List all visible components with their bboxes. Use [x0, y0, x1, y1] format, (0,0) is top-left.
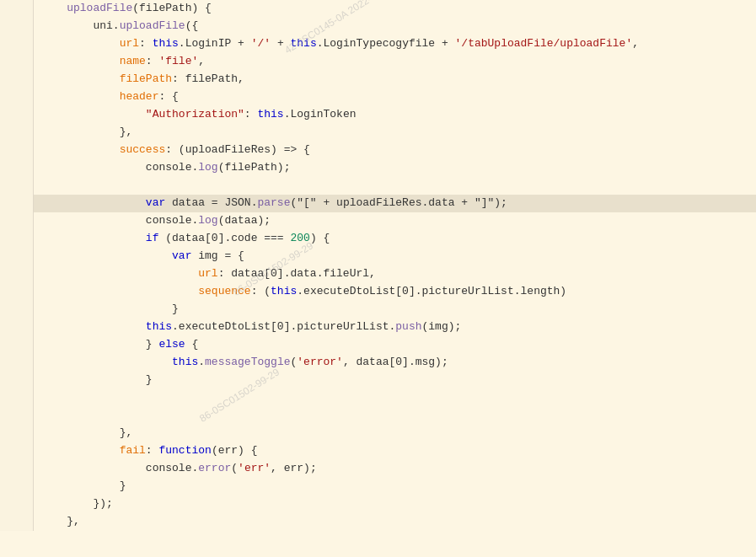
token: sequence	[198, 285, 250, 297]
token: filePath	[120, 72, 172, 85]
code-content: }	[34, 478, 756, 495]
code-line: console.log(filePath);	[0, 159, 756, 177]
code-line: this.executeDtoList[0].pictureUrlList.pu…	[0, 319, 756, 336]
code-content: console.error('err', err);	[34, 460, 756, 478]
token: this	[257, 108, 283, 121]
token: , dataa[0].msg);	[343, 356, 448, 368]
token: (dataa);	[218, 214, 271, 227]
code-content: }	[34, 301, 756, 319]
token: dataa = JSON.	[165, 196, 257, 209]
code-content: var dataa = JSON.parse("[" + uploadFileR…	[34, 195, 756, 212]
code-content: var img = {	[34, 248, 756, 265]
line-number	[0, 478, 34, 495]
token: , err);	[271, 462, 317, 474]
code-line: },	[0, 124, 756, 142]
token: }	[172, 303, 179, 315]
code-content: name: 'file',	[34, 53, 756, 71]
token: }	[120, 479, 126, 492]
token: log	[198, 214, 217, 227]
token: log	[198, 161, 217, 174]
code-line: }	[0, 478, 756, 495]
line-number	[0, 0, 34, 18]
code-content: sequence: (this.executeDtoList[0].pictur…	[34, 283, 756, 301]
token: success	[120, 143, 166, 156]
code-content	[34, 389, 756, 407]
token: uploadFile	[120, 19, 185, 32]
token: console.	[146, 161, 198, 174]
token: if	[146, 232, 159, 244]
token: },	[120, 126, 133, 138]
code-line: }	[0, 372, 756, 389]
token: 'file'	[158, 55, 198, 67]
code-line: var img = {	[0, 248, 756, 265]
code-line: fail: function(err) {	[0, 442, 756, 460]
code-line-highlighted: var dataa = JSON.parse("[" + uploadFileR…	[0, 195, 756, 212]
token: var	[146, 196, 165, 209]
token: :	[244, 108, 258, 121]
code-line: console.error('err', err);	[0, 460, 756, 478]
token: fail	[120, 444, 146, 457]
line-number	[0, 230, 34, 248]
line-number	[0, 177, 34, 195]
token: else	[158, 338, 185, 351]
token: ,	[632, 37, 639, 50]
token: : (	[251, 285, 271, 297]
code-line: console.log(dataa);	[0, 212, 756, 230]
token: : (uploadFileRes) => {	[165, 143, 310, 156]
code-content	[34, 407, 756, 425]
line-number	[0, 124, 34, 142]
token: (	[231, 462, 238, 474]
line-number	[0, 425, 34, 442]
token: .LoginTypecogyfile +	[317, 37, 455, 50]
code-line: },	[0, 425, 756, 442]
token: this	[291, 37, 317, 50]
line-number	[0, 354, 34, 372]
code-content: this.executeDtoList[0].pictureUrlList.pu…	[34, 319, 756, 336]
line-number	[0, 142, 34, 159]
token: (img);	[422, 320, 462, 333]
code-content: filePath: filePath,	[34, 71, 756, 88]
code-line	[0, 407, 756, 425]
token: var	[172, 249, 191, 262]
token: 'error'	[297, 356, 343, 368]
token: messageToggle	[205, 356, 290, 368]
line-number	[0, 301, 34, 319]
code-line: url: dataa[0].data.fileUrl,	[0, 265, 756, 283]
line-number	[0, 195, 34, 212]
code-line: if (dataa[0].code === 200) {	[0, 230, 756, 248]
code-content: fail: function(err) {	[34, 442, 756, 460]
token: this	[153, 37, 179, 50]
token: : dataa[0].data.fileUrl,	[218, 267, 376, 280]
token: {	[185, 338, 199, 351]
token: error	[198, 462, 231, 474]
token: (filePath);	[218, 161, 291, 174]
token: "Authorization"	[146, 108, 244, 121]
token: header	[120, 90, 159, 103]
line-number	[0, 513, 34, 531]
token: .executeDtoList[0].pictureUrlList.length…	[297, 285, 566, 297]
token: .executeDtoList[0].pictureUrlList.	[172, 320, 395, 333]
line-number	[0, 460, 34, 478]
code-content: console.log(filePath);	[34, 159, 756, 177]
code-line: filePath: filePath,	[0, 71, 756, 88]
token: : filePath,	[172, 72, 244, 85]
code-content: }	[34, 372, 756, 389]
token: .	[198, 356, 205, 368]
line-number	[0, 407, 34, 425]
token: }	[146, 373, 153, 386]
line-number	[0, 372, 34, 389]
code-line: sequence: (this.executeDtoList[0].pictur…	[0, 283, 756, 301]
code-line: uni.uploadFile({	[0, 18, 756, 35]
code-content: uni.uploadFile({	[34, 18, 756, 35]
code-content: url: dataa[0].data.fileUrl,	[34, 265, 756, 283]
code-line: }	[0, 301, 756, 319]
token: 200	[290, 232, 309, 244]
token: console.	[146, 214, 198, 227]
code-line: success: (uploadFileRes) => {	[0, 142, 756, 159]
line-number	[0, 283, 34, 301]
token: uploadFile	[67, 2, 132, 14]
token: 'err'	[238, 462, 271, 474]
code-line: url: this.LoginIP + '/' + this.LoginType…	[0, 35, 756, 53]
line-number	[0, 319, 34, 336]
code-content: uploadFile(filePath) {	[34, 0, 756, 18]
